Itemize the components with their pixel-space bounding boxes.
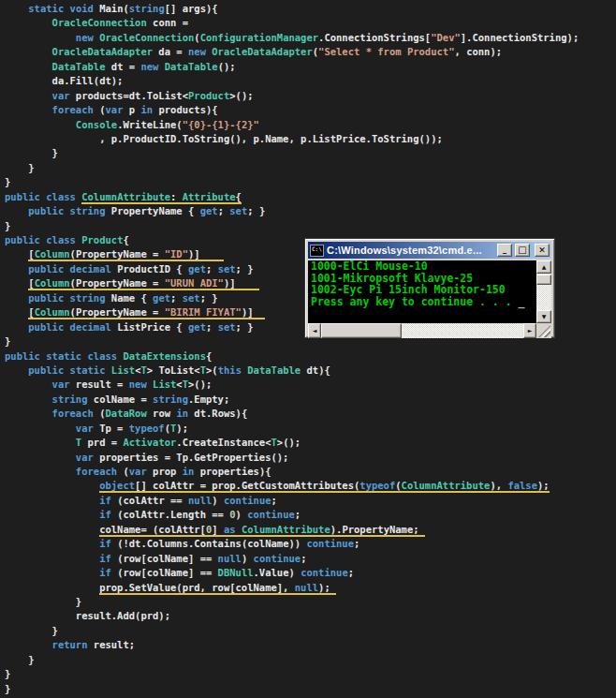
scroll-left-icon[interactable]: ◄: [308, 323, 321, 338]
title-bar[interactable]: C:\ C:\Windows\system32\cmd.e... _ □ ✕: [308, 242, 551, 259]
code-line: var properties = Tp.GetProperties();: [5, 451, 616, 465]
code-line: static void Main(string[] args){: [5, 2, 616, 16]
code-line: if (!dt.Columns.Contains(colName)) conti…: [5, 537, 616, 551]
code-line: public static List<T> ToList<T>(this Dat…: [5, 364, 616, 378]
code-line: if (colAttr.Length == 0) continue;: [5, 508, 616, 522]
code-line: Console.WriteLine("{0}-{1}-{2}": [5, 118, 616, 132]
code-line: return result;: [5, 638, 616, 652]
code-line: public class ColumnAttribute: Attribute{: [5, 190, 616, 204]
maximize-button[interactable]: □: [515, 244, 530, 257]
horizontal-scrollbar[interactable]: ◄ ►: [308, 323, 536, 338]
code-line: }: [5, 667, 616, 681]
code-line: , p.ProductID.ToString(), p.Name, p.List…: [5, 132, 616, 146]
horizontal-scrollbar-thumb[interactable]: [321, 323, 402, 338]
code-line: }: [5, 595, 616, 609]
code-line: OracleDataAdapter da = new OracleDataAda…: [5, 45, 616, 59]
console-cursor: _: [519, 295, 525, 308]
window-title: C:\Windows\system32\cmd.e...: [327, 245, 494, 256]
code-line: }: [5, 653, 616, 667]
code-line: if (row[colName] == null) continue;: [5, 552, 616, 566]
code-line: }: [5, 682, 616, 696]
code-line: public static class DataExtensions{: [5, 349, 616, 364]
code-line: }: [5, 146, 616, 160]
scrollbar-corner: [536, 323, 551, 338]
code-line: OracleConnection conn =: [5, 16, 616, 30]
console-line: 1000-ElCi Mouse-10: [311, 260, 536, 273]
vertical-scrollbar-track[interactable]: [536, 285, 551, 310]
console-line: Press any key to continue . . . _: [311, 296, 536, 308]
scroll-up-icon[interactable]: ▲: [536, 260, 551, 274]
code-line: foreach (var p in products){: [5, 103, 616, 117]
code-editor[interactable]: static void Main(string[] args){ OracleC…: [0, 0, 616, 698]
code-line: var products=dt.ToList<Product>();: [5, 89, 616, 103]
code-line: }: [5, 175, 616, 189]
code-line: da.Fill(dt);: [5, 74, 616, 88]
code-line: result.Add(prd);: [5, 609, 616, 623]
scroll-right-icon[interactable]: ►: [523, 323, 536, 338]
cmd-icon: C:\: [310, 245, 324, 257]
code-lines: static void Main(string[] args){ OracleC…: [0, 0, 616, 696]
code-line: var Tp = typeof(T);: [5, 422, 616, 436]
code-line: if (colAttr == null) continue;: [5, 494, 616, 508]
horizontal-scrollbar-track[interactable]: [402, 323, 523, 338]
vertical-scrollbar-thumb[interactable]: [536, 275, 551, 285]
code-line: }: [5, 624, 616, 638]
code-line: var result = new List<T>();: [5, 378, 616, 392]
code-line: T prd = Activator.CreateInstance<T>();: [5, 436, 616, 450]
code-line: prop.SetValue(prd, row[colName], null);: [5, 581, 616, 595]
console-output[interactable]: 1000-ElCi Mouse-101001-Mikropsoft Klavye…: [308, 260, 536, 323]
code-line: object[] colAttr = prop.GetCustomAttribu…: [5, 479, 616, 493]
code-line: new OracleConnection(ConfigurationManage…: [5, 31, 616, 45]
vertical-scrollbar[interactable]: ▲ ▼: [536, 260, 551, 323]
code-line: foreach (var prop in properties){: [5, 465, 616, 479]
cmd-window: C:\ C:\Windows\system32\cmd.e... _ □ ✕ 1…: [304, 238, 555, 338]
code-line: colName= (colAttr[0] as ColumnAttribute)…: [5, 523, 616, 537]
minimize-button[interactable]: _: [497, 244, 512, 257]
code-line: if (row[colName] == DBNull.Value) contin…: [5, 566, 616, 580]
code-line: DataTable dt = new DataTable();: [5, 60, 616, 74]
close-button[interactable]: ✕: [535, 244, 550, 257]
code-line: }: [5, 219, 616, 233]
screenshot-root: { "editor": { "background": "#1e1e1e", "…: [0, 0, 616, 698]
code-line: public string PropertyName { get; set; }: [5, 204, 616, 218]
code-line: foreach (DataRow row in dt.Rows){: [5, 407, 616, 421]
code-line: string colName = string.Empty;: [5, 393, 616, 407]
scroll-down-icon[interactable]: ▼: [536, 310, 551, 323]
resize-grip-icon[interactable]: [538, 325, 550, 337]
code-line: }: [5, 161, 616, 175]
cmd-client-area: 1000-ElCi Mouse-101001-Mikropsoft Klavye…: [308, 260, 551, 338]
